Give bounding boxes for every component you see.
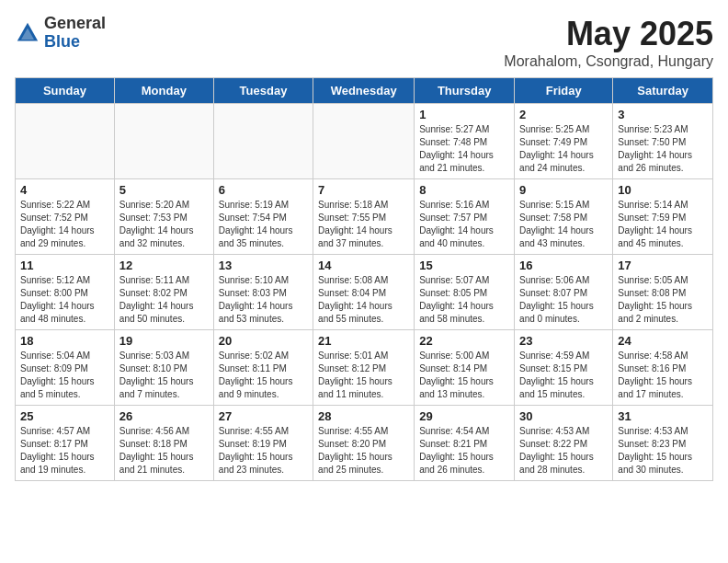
calendar-day-cell: 27Sunrise: 4:55 AM Sunset: 8:19 PM Dayli… <box>213 406 313 481</box>
day-number: 18 <box>20 334 109 348</box>
day-info: Sunrise: 5:22 AM Sunset: 7:52 PM Dayligh… <box>20 199 109 250</box>
calendar-header-row: SundayMondayTuesdayWednesdayThursdayFrid… <box>16 78 713 104</box>
day-number: 30 <box>519 409 608 423</box>
calendar-day-cell <box>213 104 313 179</box>
location: Morahalom, Csongrad, Hungary <box>504 53 713 70</box>
day-number: 17 <box>618 259 708 272</box>
day-info: Sunrise: 5:08 AM Sunset: 8:04 PM Dayligh… <box>318 274 409 326</box>
calendar-day-cell: 8Sunrise: 5:16 AM Sunset: 7:57 PM Daylig… <box>415 179 515 255</box>
day-info: Sunrise: 5:02 AM Sunset: 8:11 PM Dayligh… <box>219 350 308 401</box>
calendar-day-cell: 7Sunrise: 5:18 AM Sunset: 7:55 PM Daylig… <box>313 179 415 255</box>
logo-blue: Blue <box>44 33 106 52</box>
day-info: Sunrise: 5:01 AM Sunset: 8:12 PM Dayligh… <box>318 350 409 401</box>
day-number: 11 <box>20 259 109 272</box>
day-number: 10 <box>618 183 708 197</box>
calendar-day-cell: 22Sunrise: 5:00 AM Sunset: 8:14 PM Dayli… <box>415 330 515 406</box>
calendar-day-cell: 21Sunrise: 5:01 AM Sunset: 8:12 PM Dayli… <box>313 330 415 406</box>
day-info: Sunrise: 5:16 AM Sunset: 7:57 PM Dayligh… <box>419 199 509 250</box>
weekday-header: Wednesday <box>313 78 415 104</box>
day-number: 22 <box>419 334 509 348</box>
calendar-day-cell: 28Sunrise: 4:55 AM Sunset: 8:20 PM Dayli… <box>313 406 415 481</box>
day-number: 7 <box>318 183 409 197</box>
day-number: 19 <box>119 334 209 348</box>
day-info: Sunrise: 5:20 AM Sunset: 7:53 PM Dayligh… <box>119 199 209 250</box>
day-number: 12 <box>119 259 209 272</box>
day-info: Sunrise: 4:56 AM Sunset: 8:18 PM Dayligh… <box>119 425 209 477</box>
calendar: SundayMondayTuesdayWednesdayThursdayFrid… <box>15 77 713 481</box>
day-info: Sunrise: 4:55 AM Sunset: 8:19 PM Dayligh… <box>219 425 308 477</box>
day-number: 28 <box>318 409 409 423</box>
weekday-header: Monday <box>114 78 213 104</box>
day-number: 23 <box>519 334 608 348</box>
calendar-day-cell: 11Sunrise: 5:12 AM Sunset: 8:00 PM Dayli… <box>16 255 115 330</box>
day-info: Sunrise: 4:58 AM Sunset: 8:16 PM Dayligh… <box>618 350 708 401</box>
day-info: Sunrise: 5:11 AM Sunset: 8:02 PM Dayligh… <box>119 274 209 326</box>
day-info: Sunrise: 4:53 AM Sunset: 8:22 PM Dayligh… <box>519 425 608 477</box>
calendar-day-cell: 26Sunrise: 4:56 AM Sunset: 8:18 PM Dayli… <box>114 406 213 481</box>
day-info: Sunrise: 5:03 AM Sunset: 8:10 PM Dayligh… <box>119 350 209 401</box>
calendar-day-cell: 23Sunrise: 4:59 AM Sunset: 8:15 PM Dayli… <box>515 330 613 406</box>
day-number: 20 <box>219 334 308 348</box>
day-number: 29 <box>419 409 509 423</box>
day-number: 8 <box>419 183 509 197</box>
month-year: May 2025 <box>504 15 713 53</box>
day-number: 25 <box>20 409 109 423</box>
weekday-header: Tuesday <box>213 78 313 104</box>
calendar-week-row: 25Sunrise: 4:57 AM Sunset: 8:17 PM Dayli… <box>16 406 713 481</box>
day-info: Sunrise: 4:55 AM Sunset: 8:20 PM Dayligh… <box>318 425 409 477</box>
day-number: 14 <box>318 259 409 272</box>
calendar-day-cell: 24Sunrise: 4:58 AM Sunset: 8:16 PM Dayli… <box>613 330 713 406</box>
title-block: May 2025 Morahalom, Csongrad, Hungary <box>504 15 713 70</box>
calendar-day-cell: 16Sunrise: 5:06 AM Sunset: 8:07 PM Dayli… <box>515 255 613 330</box>
calendar-day-cell: 13Sunrise: 5:10 AM Sunset: 8:03 PM Dayli… <box>213 255 313 330</box>
logo: General Blue <box>15 15 106 52</box>
day-info: Sunrise: 5:15 AM Sunset: 7:58 PM Dayligh… <box>519 199 608 250</box>
day-info: Sunrise: 5:18 AM Sunset: 7:55 PM Dayligh… <box>318 199 409 250</box>
calendar-day-cell: 10Sunrise: 5:14 AM Sunset: 7:59 PM Dayli… <box>613 179 713 255</box>
day-info: Sunrise: 4:53 AM Sunset: 8:23 PM Dayligh… <box>618 425 708 477</box>
calendar-day-cell <box>114 104 213 179</box>
day-number: 1 <box>419 108 509 121</box>
day-number: 13 <box>219 259 308 272</box>
calendar-day-cell: 19Sunrise: 5:03 AM Sunset: 8:10 PM Dayli… <box>114 330 213 406</box>
calendar-day-cell: 25Sunrise: 4:57 AM Sunset: 8:17 PM Dayli… <box>16 406 115 481</box>
calendar-day-cell: 12Sunrise: 5:11 AM Sunset: 8:02 PM Dayli… <box>114 255 213 330</box>
calendar-day-cell: 17Sunrise: 5:05 AM Sunset: 8:08 PM Dayli… <box>613 255 713 330</box>
calendar-week-row: 4Sunrise: 5:22 AM Sunset: 7:52 PM Daylig… <box>16 179 713 255</box>
calendar-day-cell: 4Sunrise: 5:22 AM Sunset: 7:52 PM Daylig… <box>16 179 115 255</box>
day-info: Sunrise: 5:00 AM Sunset: 8:14 PM Dayligh… <box>419 350 509 401</box>
logo-icon <box>15 20 40 46</box>
calendar-day-cell: 15Sunrise: 5:07 AM Sunset: 8:05 PM Dayli… <box>415 255 515 330</box>
day-info: Sunrise: 5:23 AM Sunset: 7:50 PM Dayligh… <box>618 123 708 175</box>
day-number: 16 <box>519 259 608 272</box>
calendar-week-row: 1Sunrise: 5:27 AM Sunset: 7:48 PM Daylig… <box>16 104 713 179</box>
calendar-day-cell: 2Sunrise: 5:25 AM Sunset: 7:49 PM Daylig… <box>515 104 613 179</box>
calendar-day-cell: 20Sunrise: 5:02 AM Sunset: 8:11 PM Dayli… <box>213 330 313 406</box>
calendar-day-cell: 29Sunrise: 4:54 AM Sunset: 8:21 PM Dayli… <box>415 406 515 481</box>
calendar-day-cell: 3Sunrise: 5:23 AM Sunset: 7:50 PM Daylig… <box>613 104 713 179</box>
day-number: 3 <box>618 108 708 121</box>
day-info: Sunrise: 5:04 AM Sunset: 8:09 PM Dayligh… <box>20 350 109 401</box>
day-info: Sunrise: 5:07 AM Sunset: 8:05 PM Dayligh… <box>419 274 509 326</box>
calendar-day-cell: 9Sunrise: 5:15 AM Sunset: 7:58 PM Daylig… <box>515 179 613 255</box>
weekday-header: Sunday <box>16 78 115 104</box>
weekday-header: Thursday <box>415 78 515 104</box>
day-info: Sunrise: 5:27 AM Sunset: 7:48 PM Dayligh… <box>419 123 509 175</box>
day-number: 15 <box>419 259 509 272</box>
day-number: 27 <box>219 409 308 423</box>
calendar-day-cell: 14Sunrise: 5:08 AM Sunset: 8:04 PM Dayli… <box>313 255 415 330</box>
page-header: General Blue May 2025 Morahalom, Csongra… <box>15 15 713 70</box>
weekday-header: Saturday <box>613 78 713 104</box>
calendar-day-cell: 31Sunrise: 4:53 AM Sunset: 8:23 PM Dayli… <box>613 406 713 481</box>
day-info: Sunrise: 4:54 AM Sunset: 8:21 PM Dayligh… <box>419 425 509 477</box>
calendar-day-cell: 1Sunrise: 5:27 AM Sunset: 7:48 PM Daylig… <box>415 104 515 179</box>
day-number: 9 <box>519 183 608 197</box>
day-number: 26 <box>119 409 209 423</box>
calendar-day-cell <box>313 104 415 179</box>
logo-text: General Blue <box>44 15 106 52</box>
day-info: Sunrise: 4:57 AM Sunset: 8:17 PM Dayligh… <box>20 425 109 477</box>
day-info: Sunrise: 5:06 AM Sunset: 8:07 PM Dayligh… <box>519 274 608 326</box>
day-info: Sunrise: 5:12 AM Sunset: 8:00 PM Dayligh… <box>20 274 109 326</box>
calendar-day-cell: 30Sunrise: 4:53 AM Sunset: 8:22 PM Dayli… <box>515 406 613 481</box>
day-number: 21 <box>318 334 409 348</box>
